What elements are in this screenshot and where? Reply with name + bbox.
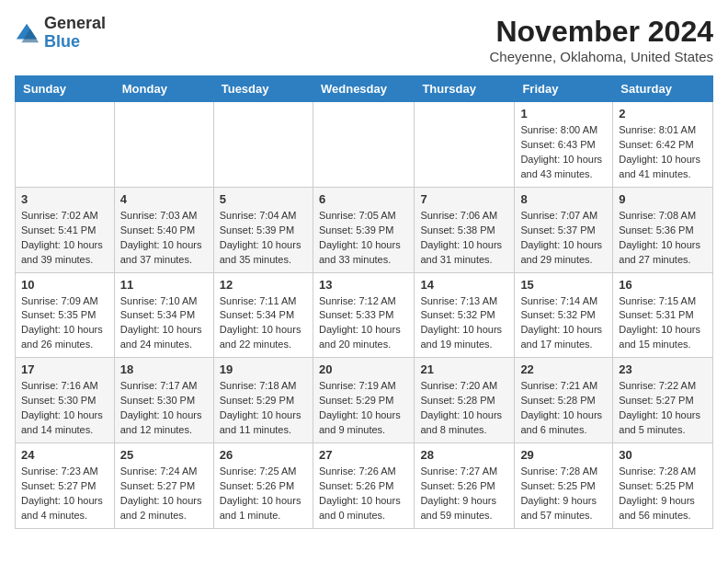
weekday-header-friday: Friday [515,76,613,102]
week-row-1: 1Sunrise: 8:00 AMSunset: 6:43 PMDaylight… [16,102,713,188]
weekday-header-thursday: Thursday [415,76,515,102]
day-number: 13 [319,278,408,292]
calendar-cell: 5Sunrise: 7:04 AMSunset: 5:39 PMDaylight… [213,187,313,272]
calendar-cell: 27Sunrise: 7:26 AMSunset: 5:26 PMDayligh… [313,443,414,529]
day-number: 4 [120,192,208,206]
calendar-cell: 24Sunrise: 7:23 AMSunset: 5:27 PMDayligh… [16,443,115,529]
title-block: November 2024 Cheyenne, Oklahoma, United… [490,15,713,64]
day-info: Sunrise: 7:20 AMSunset: 5:28 PMDaylight:… [420,379,508,438]
calendar-cell: 28Sunrise: 7:27 AMSunset: 5:26 PMDayligh… [415,443,515,529]
day-info: Sunrise: 7:10 AMSunset: 5:34 PMDaylight:… [120,294,208,353]
day-number: 3 [21,192,108,206]
calendar-cell: 19Sunrise: 7:18 AMSunset: 5:29 PMDayligh… [213,358,313,443]
logo-text: General Blue [44,15,106,52]
day-number: 10 [21,278,108,292]
day-info: Sunrise: 7:07 AMSunset: 5:37 PMDaylight:… [520,209,607,268]
week-row-2: 3Sunrise: 7:02 AMSunset: 5:41 PMDaylight… [16,187,713,272]
day-number: 21 [420,362,508,376]
day-number: 12 [220,278,307,292]
calendar-cell: 29Sunrise: 7:28 AMSunset: 5:25 PMDayligh… [515,443,613,529]
week-row-4: 17Sunrise: 7:16 AMSunset: 5:30 PMDayligh… [16,358,713,443]
day-number: 22 [520,362,607,376]
week-row-5: 24Sunrise: 7:23 AMSunset: 5:27 PMDayligh… [16,443,713,529]
calendar-cell [16,102,115,188]
day-info: Sunrise: 7:11 AMSunset: 5:34 PMDaylight:… [220,294,307,353]
day-info: Sunrise: 7:26 AMSunset: 5:26 PMDaylight:… [319,465,408,523]
day-number: 25 [120,448,208,462]
calendar-cell: 6Sunrise: 7:05 AMSunset: 5:39 PMDaylight… [313,187,414,272]
weekday-header-saturday: Saturday [613,76,713,102]
calendar-cell: 4Sunrise: 7:03 AMSunset: 5:40 PMDaylight… [114,187,213,272]
calendar-cell: 25Sunrise: 7:24 AMSunset: 5:27 PMDayligh… [114,443,213,529]
week-row-3: 10Sunrise: 7:09 AMSunset: 5:35 PMDayligh… [16,272,713,358]
day-number: 27 [319,448,408,462]
day-number: 7 [420,192,508,206]
calendar-cell: 18Sunrise: 7:17 AMSunset: 5:30 PMDayligh… [114,358,213,443]
day-info: Sunrise: 7:25 AMSunset: 5:26 PMDaylight:… [220,465,307,523]
calendar-cell: 17Sunrise: 7:16 AMSunset: 5:30 PMDayligh… [16,358,115,443]
calendar-cell [313,102,414,188]
calendar-cell: 7Sunrise: 7:06 AMSunset: 5:38 PMDaylight… [415,187,515,272]
day-info: Sunrise: 7:16 AMSunset: 5:30 PMDaylight:… [21,379,108,438]
day-number: 29 [520,448,607,462]
day-info: Sunrise: 7:13 AMSunset: 5:32 PMDaylight:… [420,294,508,353]
calendar-cell: 15Sunrise: 7:14 AMSunset: 5:32 PMDayligh… [515,272,613,358]
day-number: 8 [520,192,607,206]
calendar-cell: 11Sunrise: 7:10 AMSunset: 5:34 PMDayligh… [114,272,213,358]
calendar-cell: 13Sunrise: 7:12 AMSunset: 5:33 PMDayligh… [313,272,414,358]
day-number: 28 [420,448,508,462]
logo-general: General [44,14,106,32]
day-number: 5 [220,192,307,206]
day-info: Sunrise: 7:15 AMSunset: 5:31 PMDaylight:… [619,294,707,353]
day-number: 2 [619,107,707,121]
day-info: Sunrise: 7:06 AMSunset: 5:38 PMDaylight:… [420,209,508,268]
calendar-cell [415,102,515,188]
day-number: 6 [319,192,408,206]
day-info: Sunrise: 7:28 AMSunset: 5:25 PMDaylight:… [520,465,607,523]
calendar-cell: 30Sunrise: 7:28 AMSunset: 5:25 PMDayligh… [613,443,713,529]
day-number: 30 [619,448,707,462]
calendar-cell: 16Sunrise: 7:15 AMSunset: 5:31 PMDayligh… [613,272,713,358]
day-info: Sunrise: 8:00 AMSunset: 6:43 PMDaylight:… [520,123,607,182]
calendar-cell: 1Sunrise: 8:00 AMSunset: 6:43 PMDaylight… [515,102,613,188]
weekday-header-tuesday: Tuesday [213,76,313,102]
day-number: 23 [619,362,707,376]
calendar-cell: 22Sunrise: 7:21 AMSunset: 5:28 PMDayligh… [515,358,613,443]
day-info: Sunrise: 7:17 AMSunset: 5:30 PMDaylight:… [120,379,208,438]
weekday-header-monday: Monday [114,76,213,102]
day-info: Sunrise: 7:09 AMSunset: 5:35 PMDaylight:… [21,294,108,353]
day-info: Sunrise: 7:14 AMSunset: 5:32 PMDaylight:… [520,294,607,353]
logo: General Blue [15,15,106,52]
day-info: Sunrise: 7:08 AMSunset: 5:36 PMDaylight:… [619,209,707,268]
month-title: November 2024 [490,15,713,49]
day-info: Sunrise: 7:12 AMSunset: 5:33 PMDaylight:… [319,294,408,353]
logo-blue: Blue [44,32,80,51]
calendar-cell: 14Sunrise: 7:13 AMSunset: 5:32 PMDayligh… [415,272,515,358]
day-info: Sunrise: 7:05 AMSunset: 5:39 PMDaylight:… [319,209,408,268]
day-info: Sunrise: 7:04 AMSunset: 5:39 PMDaylight:… [220,209,307,268]
logo-icon [15,20,40,46]
day-number: 1 [520,107,607,121]
day-info: Sunrise: 7:23 AMSunset: 5:27 PMDaylight:… [21,465,108,523]
page-header: General Blue November 2024 Cheyenne, Okl… [15,15,713,64]
day-number: 16 [619,278,707,292]
calendar-cell [114,102,213,188]
day-number: 19 [220,362,307,376]
day-info: Sunrise: 8:01 AMSunset: 6:42 PMDaylight:… [619,123,707,182]
day-number: 18 [120,362,208,376]
calendar-table: SundayMondayTuesdayWednesdayThursdayFrid… [15,75,713,529]
day-number: 24 [21,448,108,462]
calendar-cell: 20Sunrise: 7:19 AMSunset: 5:29 PMDayligh… [313,358,414,443]
day-number: 14 [420,278,508,292]
calendar-cell: 9Sunrise: 7:08 AMSunset: 5:36 PMDaylight… [613,187,713,272]
day-info: Sunrise: 7:19 AMSunset: 5:29 PMDaylight:… [319,379,408,438]
day-info: Sunrise: 7:18 AMSunset: 5:29 PMDaylight:… [220,379,307,438]
day-number: 20 [319,362,408,376]
weekday-header-row: SundayMondayTuesdayWednesdayThursdayFrid… [16,76,713,102]
calendar-cell: 8Sunrise: 7:07 AMSunset: 5:37 PMDaylight… [515,187,613,272]
day-info: Sunrise: 7:21 AMSunset: 5:28 PMDaylight:… [520,379,607,438]
day-info: Sunrise: 7:28 AMSunset: 5:25 PMDaylight:… [619,465,707,523]
day-number: 17 [21,362,108,376]
calendar-cell: 21Sunrise: 7:20 AMSunset: 5:28 PMDayligh… [415,358,515,443]
day-info: Sunrise: 7:02 AMSunset: 5:41 PMDaylight:… [21,209,108,268]
